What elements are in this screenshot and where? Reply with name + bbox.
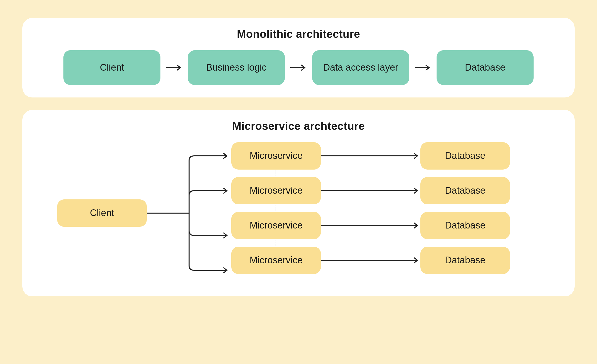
monolithic-flow: Client Business logic Data access layer … [37,50,560,85]
dashed-connector [276,205,276,211]
monolithic-panel: Monolithic architecture Client Business … [22,18,575,97]
node-ms-database: Database [420,142,510,170]
node-microservice: Microservice [231,142,321,170]
arrow-icon [321,257,420,264]
node-database: Database [437,50,534,85]
node-ms-database: Database [420,212,510,239]
database-column: Database Database Database Database [420,142,510,274]
node-ms-database: Database [420,247,510,274]
node-microservice: Microservice [231,212,321,239]
node-ms-database: Database [420,177,510,204]
node-microservice: Microservice [231,177,321,204]
microservice-body: Client Microservice Microservice Microse… [37,142,560,284]
arrow-icon [321,222,420,229]
node-client: Client [63,50,160,85]
arrow-icon [321,152,420,160]
dashed-connector [276,170,276,176]
monolithic-title: Monolithic architecture [37,28,560,40]
node-data-access: Data access layer [312,50,409,85]
microservice-title: Microservice archtecture [37,120,560,132]
arrow-icon [290,64,307,71]
arrow-icon [321,187,420,194]
arrow-icon [165,64,183,71]
dashed-connector [276,240,276,246]
node-microservice: Microservice [231,247,321,274]
fanout-connector [147,142,231,284]
node-business-logic: Business logic [188,50,285,85]
microservice-panel: Microservice archtecture Client Microser… [22,110,575,296]
node-ms-client: Client [57,199,147,227]
arrow-icon [414,64,432,71]
